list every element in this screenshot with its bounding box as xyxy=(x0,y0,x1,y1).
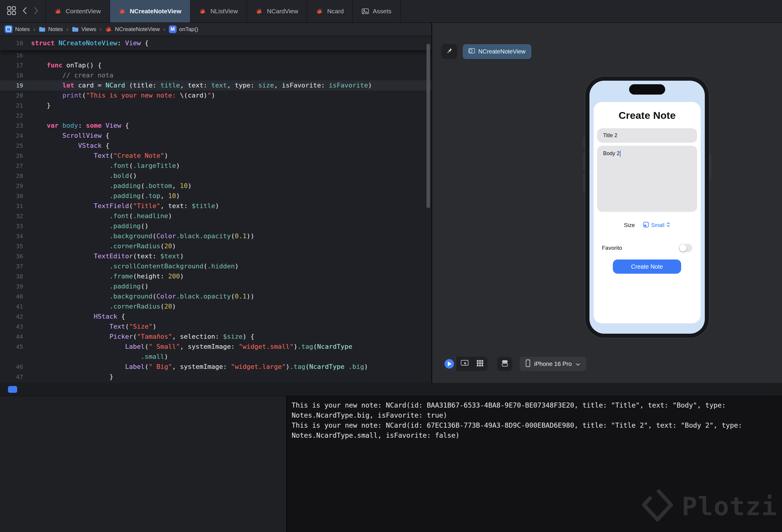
code-editor[interactable]: 10struct NCreateNoteView: View { 1617 fu… xyxy=(0,36,431,383)
breadcrumb-item-onTap[interactable]: MonTap() xyxy=(169,26,198,33)
line-number[interactable]: 20 xyxy=(0,90,31,101)
line-number[interactable]: 27 xyxy=(0,161,31,171)
code-line[interactable]: 38 .frame(height: 200) xyxy=(0,271,431,281)
code-line[interactable]: 31 TextField("Title", text: $title) xyxy=(0,201,431,211)
line-number[interactable]: 44 xyxy=(0,332,31,342)
line-number[interactable]: 22 xyxy=(0,111,31,121)
breadcrumb-item-Notes[interactable]: Notes xyxy=(5,26,30,33)
line-number[interactable]: 29 xyxy=(0,181,31,191)
code-line[interactable]: 44 Picker("Tamaños", selection: $size) { xyxy=(0,332,431,342)
line-number[interactable]: 28 xyxy=(0,171,31,181)
line-number[interactable]: 10 xyxy=(0,36,31,50)
code-line[interactable]: 34 .background(Color.black.opacity(0.1)) xyxy=(0,231,431,241)
line-number[interactable] xyxy=(0,352,31,362)
code-line[interactable]: 24 ScrollView { xyxy=(0,130,431,141)
variants-button[interactable] xyxy=(472,357,488,371)
line-number[interactable]: 30 xyxy=(0,191,31,201)
line-number[interactable]: 26 xyxy=(0,151,31,161)
line-number[interactable]: 42 xyxy=(0,311,31,321)
line-number[interactable]: 46 xyxy=(0,362,31,372)
tab-Ncard[interactable]: Ncard xyxy=(307,0,353,23)
line-number[interactable]: 36 xyxy=(0,251,31,261)
code-line[interactable]: 16 xyxy=(0,50,431,60)
line-number[interactable]: 41 xyxy=(0,301,31,311)
line-number[interactable]: 19 xyxy=(0,80,31,90)
code-line[interactable]: 47 } xyxy=(0,372,431,382)
tab-Assets[interactable]: Assets xyxy=(353,0,400,23)
breadcrumb-item-Views[interactable]: Views xyxy=(72,26,96,33)
tab-NCreateNoteView[interactable]: NCreateNoteView xyxy=(110,0,191,23)
code-line[interactable]: 29 .padding(.bottom, 10) xyxy=(0,181,431,191)
code-line[interactable]: 45 Label(" Small", systemImage: "widget.… xyxy=(0,342,431,352)
debug-console-icon[interactable] xyxy=(8,386,17,393)
breadcrumb-item-NCreateNoteView[interactable]: NCreateNoteView xyxy=(105,26,160,33)
body-field[interactable]: Body 2 xyxy=(597,146,697,212)
code-line[interactable]: 30 .padding(.top, 10) xyxy=(0,191,431,201)
code-line[interactable]: 19 let card = NCard (title: title, text:… xyxy=(0,80,431,90)
line-number[interactable]: 16 xyxy=(0,50,31,60)
tab-NCardView[interactable]: NCardView xyxy=(247,0,307,23)
pin-button[interactable] xyxy=(441,44,457,58)
forward-button[interactable] xyxy=(34,7,38,16)
code-line[interactable]: 26 Text("Create Note") xyxy=(0,151,431,161)
line-number[interactable]: 43 xyxy=(0,321,31,332)
create-note-button[interactable]: Create Note xyxy=(613,260,681,274)
code-line[interactable]: 43 Text("Size") xyxy=(0,321,431,332)
line-number[interactable]: 38 xyxy=(0,271,31,281)
line-number[interactable]: 37 xyxy=(0,261,31,271)
code-line[interactable]: 23 var body: some View { xyxy=(0,121,431,130)
selectable-mode-button[interactable] xyxy=(457,357,472,371)
code-line[interactable]: 40 .background(Color.black.opacity(0.1)) xyxy=(0,292,431,301)
line-number[interactable]: 18 xyxy=(0,70,31,80)
size-picker[interactable]: Small xyxy=(643,222,670,229)
breadcrumb-item-Notes[interactable]: Notes xyxy=(39,26,63,33)
tab-ContentView[interactable]: ContentView xyxy=(46,0,110,23)
code-line[interactable]: 28 .bold() xyxy=(0,171,431,181)
code-line[interactable]: 21 } xyxy=(0,101,431,111)
code-line[interactable]: 41 .cornerRadius(20) xyxy=(0,301,431,311)
code-line[interactable]: 33 .padding() xyxy=(0,221,431,231)
code-line[interactable]: 10struct NCreateNoteView: View { xyxy=(0,36,431,50)
console-pane[interactable]: This is your new note: NCard(id: BAA31B6… xyxy=(287,396,782,532)
line-number[interactable]: 25 xyxy=(0,141,31,151)
code-line[interactable]: 46 Label(" Big", systemImage: "widget.la… xyxy=(0,362,431,372)
code-line[interactable]: 37 .scrollContentBackground(.hidden) xyxy=(0,261,431,271)
favorite-toggle[interactable] xyxy=(679,244,692,252)
line-number[interactable]: 45 xyxy=(0,342,31,352)
title-field[interactable]: Title 2 xyxy=(597,128,697,143)
code-line[interactable]: 42 HStack { xyxy=(0,311,431,321)
line-number[interactable]: 21 xyxy=(0,101,31,111)
back-button[interactable] xyxy=(23,7,27,16)
code-line[interactable]: 18 // crear nota xyxy=(0,70,431,80)
code-line[interactable]: 20 print("This is your new note: \(card)… xyxy=(0,90,431,101)
line-number[interactable]: 47 xyxy=(0,372,31,382)
line-number[interactable]: 31 xyxy=(0,201,31,211)
preview-chip[interactable]: NCreateNoteView xyxy=(463,44,531,59)
tab-overview-button[interactable] xyxy=(7,6,16,16)
editor-scrollbar[interactable] xyxy=(426,44,430,208)
code-line[interactable]: .small) xyxy=(0,352,431,362)
line-number[interactable]: 23 xyxy=(0,121,31,130)
live-preview-button[interactable] xyxy=(441,357,457,371)
code-line[interactable]: 36 TextEditor(text: $text) xyxy=(0,251,431,261)
line-number[interactable]: 33 xyxy=(0,221,31,231)
device-settings-button[interactable] xyxy=(497,357,512,371)
code-line[interactable]: 22 xyxy=(0,111,431,121)
code-line[interactable]: 25 VStack { xyxy=(0,141,431,151)
line-number[interactable]: 17 xyxy=(0,60,31,70)
line-number[interactable]: 39 xyxy=(0,281,31,292)
code-line[interactable]: 32 .font(.headline) xyxy=(0,211,431,221)
code-line[interactable]: 27 .font(.largeTitle) xyxy=(0,161,431,171)
tab-NListView[interactable]: NListView xyxy=(190,0,247,23)
line-number[interactable]: 32 xyxy=(0,211,31,221)
line-number[interactable]: 40 xyxy=(0,292,31,301)
device-selector[interactable]: iPhone 16 Pro xyxy=(520,357,586,371)
code-line[interactable]: 17 func onTap() { xyxy=(0,60,431,70)
code-line[interactable]: 39 .padding() xyxy=(0,281,431,292)
line-number[interactable]: 24 xyxy=(0,130,31,141)
volume-up-button xyxy=(583,153,585,170)
code-text: ScrollView { xyxy=(31,130,109,141)
line-number[interactable]: 35 xyxy=(0,241,31,251)
code-line[interactable]: 35 .cornerRadius(20) xyxy=(0,241,431,251)
line-number[interactable]: 34 xyxy=(0,231,31,241)
